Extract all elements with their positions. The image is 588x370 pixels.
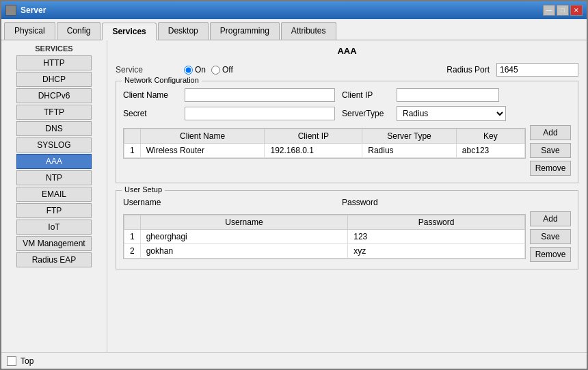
service-off-radio[interactable] [211, 66, 220, 75]
table-row[interactable]: 2 gokhan xyz [124, 244, 525, 259]
sidebar-item-vm-management[interactable]: VM Management [16, 236, 92, 251]
service-radio-group: On Off [184, 65, 233, 75]
top-checkbox[interactable] [7, 356, 16, 366]
table-row[interactable]: 1 Wireless Router 192.168.0.1 Radius abc… [124, 144, 525, 158]
secret-row: Secret ServerType Radius TACACS+ [123, 106, 571, 121]
tab-attributes[interactable]: Attributes [281, 22, 336, 40]
sidebar-item-tftp[interactable]: TFTP [16, 105, 92, 120]
sidebar-scroll: HTTP DHCP DHCPv6 TFTP DNS SYSLOG AAA NTP… [1, 55, 107, 267]
user-table: Username Password 1 gheorghagi 123 [124, 215, 525, 259]
sidebar-item-dns[interactable]: DNS [16, 121, 92, 136]
sidebar-item-radius-eap[interactable]: Radius EAP [16, 252, 92, 267]
radius-port-input[interactable]: 1645 [496, 63, 578, 77]
user-table-container: Username Password 1 gheorghagi 123 [123, 214, 526, 259]
user-remove-button[interactable]: Remove [530, 247, 571, 262]
title-controls: — □ ✕ [543, 5, 583, 16]
content-area: SERVICES HTTP DHCP DHCPv6 TFTP DNS SYSLO… [1, 40, 587, 352]
service-row: Service On Off Radius Port 1645 [116, 63, 578, 77]
th-password: Password [348, 215, 525, 230]
maximize-button[interactable]: □ [557, 5, 569, 16]
th-server-type: Server Type [362, 129, 457, 144]
th-client-ip: Client IP [265, 129, 362, 144]
close-button[interactable]: ✕ [570, 5, 583, 16]
row-key-1: abc123 [456, 144, 524, 158]
row-num-1: 1 [124, 144, 141, 158]
tab-bar: Physical Config Services Desktop Program… [1, 19, 587, 40]
network-buttons: Add Save Remove [530, 125, 571, 176]
secret-input[interactable] [185, 107, 335, 120]
server-type-select[interactable]: Radius TACACS+ [397, 106, 506, 121]
user-row-username-1: gheorghagi [140, 230, 348, 244]
client-ip-input[interactable] [397, 88, 499, 102]
network-config-section: Network Configuration Client Name Client… [116, 81, 578, 183]
sidebar-item-email[interactable]: EMAIL [16, 187, 92, 202]
table-row[interactable]: 1 gheorghagi 123 [124, 230, 525, 244]
sidebar-item-aaa[interactable]: AAA [16, 154, 92, 169]
password-label: Password [342, 198, 378, 207]
service-off-label[interactable]: Off [211, 65, 233, 75]
window-title: Server [21, 5, 46, 15]
user-add-button[interactable]: Add [530, 211, 571, 226]
user-row-password-2: xyz [348, 244, 525, 259]
user-row-num-1: 1 [124, 230, 141, 244]
network-add-button[interactable]: Add [530, 125, 571, 140]
user-setup-section: User Setup Username Password Username Pa [116, 190, 578, 269]
main-window: Server — □ ✕ Physical Config Services De… [0, 0, 588, 370]
service-on-label[interactable]: On [184, 65, 206, 75]
tab-config[interactable]: Config [57, 22, 101, 40]
status-bar: Top [1, 352, 587, 369]
user-save-button[interactable]: Save [530, 229, 571, 244]
th-key: Key [456, 129, 524, 144]
tab-programming[interactable]: Programming [210, 22, 280, 40]
sidebar-item-http[interactable]: HTTP [16, 55, 92, 70]
title-bar-left: Server [5, 5, 46, 16]
main-panel: AAA Service On Off Radius Port 1645 [107, 40, 587, 352]
user-row-password-1: 123 [348, 230, 525, 244]
service-on-radio[interactable] [184, 66, 193, 75]
server-type-label: ServerType [342, 109, 397, 118]
title-bar: Server — □ ✕ [1, 1, 587, 19]
row-client-name-1: Wireless Router [140, 144, 265, 158]
th-num [124, 129, 141, 144]
user-row-num-2: 2 [124, 244, 141, 259]
tab-services[interactable]: Services [102, 23, 156, 40]
network-save-button[interactable]: Save [530, 143, 571, 158]
network-table: Client Name Client IP Server Type Key 1 … [124, 129, 525, 158]
user-setup-header-row: Username Password [123, 198, 571, 207]
minimize-button[interactable]: — [543, 5, 555, 16]
sidebar: SERVICES HTTP DHCP DHCPv6 TFTP DNS SYSLO… [1, 40, 107, 352]
client-name-row: Client Name Client IP [123, 88, 571, 102]
client-ip-label: Client IP [342, 90, 397, 100]
th-username: Username [140, 215, 348, 230]
sidebar-item-ntp[interactable]: NTP [16, 170, 92, 185]
row-client-ip-1: 192.168.0.1 [265, 144, 362, 158]
client-name-input[interactable] [185, 88, 335, 102]
network-table-section: Client Name Client IP Server Type Key 1 … [123, 125, 571, 176]
th-user-num [124, 215, 141, 230]
sidebar-title: SERVICES [35, 44, 72, 53]
network-remove-button[interactable]: Remove [530, 161, 571, 176]
sidebar-item-dhcp[interactable]: DHCP [16, 72, 92, 87]
service-label: Service [116, 65, 177, 75]
aaa-title: AAA [116, 46, 578, 56]
tab-desktop[interactable]: Desktop [158, 22, 209, 40]
row-server-type-1: Radius [362, 144, 457, 158]
username-label: Username [123, 198, 185, 207]
sidebar-item-ftp[interactable]: FTP [16, 203, 92, 218]
sidebar-item-iot[interactable]: IoT [16, 220, 92, 235]
user-setup-label: User Setup [122, 185, 165, 194]
radius-port-label: Radius Port [446, 65, 490, 75]
server-icon [5, 5, 16, 16]
tab-physical[interactable]: Physical [4, 22, 55, 40]
th-client-name: Client Name [140, 129, 265, 144]
user-row-username-2: gokhan [140, 244, 348, 259]
secret-label: Secret [123, 109, 185, 118]
client-name-label: Client Name [123, 90, 185, 100]
sidebar-item-dhcpv6[interactable]: DHCPv6 [16, 88, 92, 103]
network-config-label: Network Configuration [122, 76, 202, 84]
sidebar-item-syslog[interactable]: SYSLOG [16, 137, 92, 153]
top-label: Top [21, 356, 34, 366]
network-table-container: Client Name Client IP Server Type Key 1 … [123, 128, 526, 159]
user-buttons: Add Save Remove [530, 211, 571, 262]
user-table-section: Username Password 1 gheorghagi 123 [123, 211, 571, 262]
